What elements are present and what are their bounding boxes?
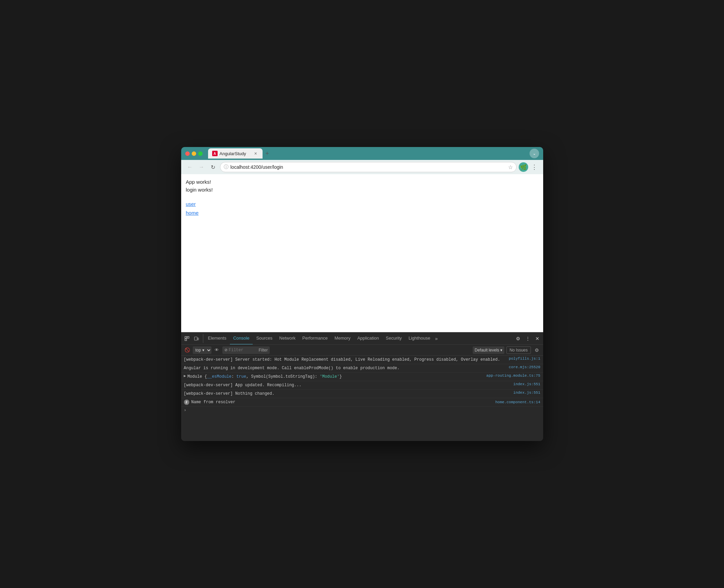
tab-security[interactable]: Security	[382, 332, 405, 345]
console-source[interactable]: polyfills.js:1	[509, 357, 540, 361]
console-source[interactable]: index.js:551	[513, 391, 540, 395]
console-row: ▶ Module {__esModule: true, Symbol(Symbo…	[181, 373, 543, 381]
home-link[interactable]: home	[186, 209, 538, 217]
console-source[interactable]: home.component.ts:14	[495, 400, 540, 404]
svg-rect-3	[194, 337, 197, 340]
console-message: Angular is running in development mode. …	[184, 365, 506, 371]
device-icon	[194, 336, 199, 341]
devtools-close-button[interactable]: ✕	[533, 334, 542, 343]
console-row: [webpack-dev-server] Nothing changed. in…	[181, 390, 543, 398]
default-levels-dropdown[interactable]: Default levels ▾	[473, 346, 504, 354]
page-content: App works! login works! user home	[181, 174, 543, 332]
console-input-row: ›	[181, 407, 543, 414]
console-message: [webpack-dev-server] Server started: Hot…	[184, 357, 506, 363]
warn-count-badge: 2	[184, 399, 189, 405]
tab-performance[interactable]: Performance	[299, 332, 331, 345]
svg-rect-0	[185, 337, 187, 338]
console-prompt: ›	[184, 408, 187, 413]
filter-icon: ⊘	[224, 348, 227, 352]
filter-input[interactable]	[229, 348, 256, 353]
devtools-panel: Elements Console Sources Network Perform…	[181, 332, 543, 441]
address-text: localhost:4200/user/login	[231, 164, 506, 170]
clear-console-button[interactable]: 🚫	[183, 346, 191, 354]
app-works-text: App works!	[186, 178, 538, 186]
devtools-settings-button[interactable]: ⚙	[514, 334, 523, 343]
avatar-icon: 🌿	[520, 164, 527, 170]
more-tabs-button[interactable]: »	[434, 336, 439, 341]
console-message: [webpack-dev-server] App updated. Recomp…	[184, 382, 511, 388]
filter-input-area: ⊘ Filter	[222, 346, 270, 354]
svg-rect-2	[185, 339, 187, 341]
log-levels-area: Default levels ▾ No Issues ⚙	[473, 346, 541, 354]
close-window-button[interactable]	[185, 151, 190, 156]
minimize-window-button[interactable]	[192, 151, 196, 156]
user-link[interactable]: user	[186, 200, 538, 209]
tab-application[interactable]: Application	[354, 332, 382, 345]
devtools-tab-bar: Elements Console Sources Network Perform…	[181, 332, 543, 345]
tab-elements[interactable]: Elements	[205, 332, 230, 345]
tab-network[interactable]: Network	[276, 332, 299, 345]
devtools-settings-area: ⚙ ⋮ ✕	[514, 334, 542, 343]
tab-memory[interactable]: Memory	[331, 332, 354, 345]
tab-title: AngularStudy	[220, 151, 246, 156]
tab-expand-button[interactable]: ⌄	[530, 149, 539, 158]
console-message: Name from resolver	[191, 399, 493, 405]
console-row: [webpack-dev-server] App updated. Recomp…	[181, 381, 543, 390]
device-toggle-button[interactable]	[192, 334, 201, 343]
tab-close-button[interactable]: ×	[253, 151, 258, 156]
inspect-element-button[interactable]	[183, 334, 191, 343]
console-repl-input[interactable]	[188, 408, 540, 413]
bookmark-icon[interactable]: ☆	[508, 164, 513, 170]
console-source[interactable]: core.mjs:25520	[509, 365, 540, 369]
console-row: [webpack-dev-server] Server started: Hot…	[181, 356, 543, 364]
address-bar[interactable]: ⓘ localhost:4200/user/login ☆	[220, 162, 517, 172]
console-toolbar: 🚫 top ▾ 👁 ⊘ Filter Default levels ▾ No I…	[181, 345, 543, 356]
browser-toolbar: ← → ↻ ⓘ localhost:4200/user/login ☆ 🌿 ⋮	[181, 160, 543, 174]
forward-button[interactable]: →	[197, 162, 206, 172]
console-settings-button[interactable]: ⚙	[533, 346, 541, 354]
devtools-more-button[interactable]: ⋮	[523, 334, 532, 343]
login-works-text: login works!	[186, 186, 538, 194]
console-output: [webpack-dev-server] Server started: Hot…	[181, 356, 543, 441]
console-message: [webpack-dev-server] Nothing changed.	[184, 391, 511, 397]
back-button[interactable]: ←	[185, 162, 195, 172]
tab-console[interactable]: Console	[230, 332, 253, 345]
svg-rect-4	[198, 338, 199, 340]
console-source[interactable]: index.js:551	[513, 382, 540, 386]
active-tab[interactable]: A AngularStudy ×	[208, 148, 263, 159]
title-bar: A AngularStudy × + ⌄	[181, 147, 543, 160]
tab-favicon-icon: A	[212, 151, 218, 156]
filter-label: Filter	[259, 348, 268, 353]
tab-lighthouse[interactable]: Lighthouse	[405, 332, 434, 345]
maximize-window-button[interactable]	[198, 151, 203, 156]
new-tab-button[interactable]: +	[263, 149, 272, 158]
tab-bar: A AngularStudy × +	[208, 148, 527, 159]
console-row-warn: 2 Name from resolver home.component.ts:1…	[181, 398, 543, 407]
console-source[interactable]: app-routing.module.ts:75	[486, 374, 540, 378]
browser-window: A AngularStudy × + ⌄ ← → ↻ ⓘ localhost:4…	[181, 147, 543, 441]
avatar-button[interactable]: 🌿	[519, 162, 528, 172]
tab-sources[interactable]: Sources	[253, 332, 276, 345]
reload-button[interactable]: ↻	[208, 162, 218, 172]
toolbar-right: 🌿 ⋮	[519, 162, 539, 172]
expand-icon[interactable]: ▶	[184, 374, 186, 378]
traffic-lights	[185, 151, 203, 156]
no-issues-badge: No Issues	[506, 346, 531, 354]
devtools-icon-bar	[183, 334, 203, 343]
svg-rect-1	[187, 337, 189, 338]
context-selector[interactable]: top ▾	[193, 346, 211, 354]
more-menu-button[interactable]: ⋮	[530, 162, 539, 172]
cursor-icon	[185, 336, 189, 341]
console-row: Angular is running in development mode. …	[181, 364, 543, 373]
security-info-icon: ⓘ	[224, 164, 229, 170]
eye-button[interactable]: 👁	[213, 346, 221, 354]
console-message: Module {__esModule: true, Symbol(Symbol.…	[187, 374, 484, 380]
